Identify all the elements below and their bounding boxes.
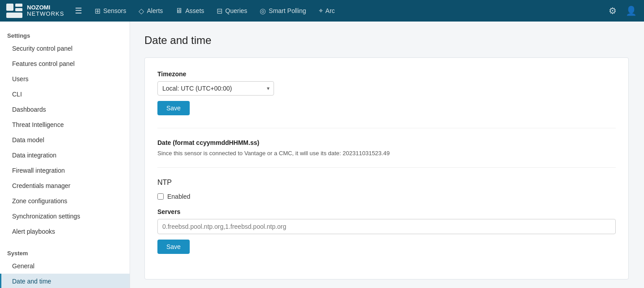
sidebar-item-alert-playbooks[interactable]: Alert playbooks xyxy=(0,224,130,239)
timezone-select[interactable]: Local: UTC (UTC+00:00) xyxy=(157,81,274,96)
svg-rect-1 xyxy=(15,4,22,7)
ntp-enabled-checkbox[interactable] xyxy=(157,193,164,200)
save-button-2[interactable]: Save xyxy=(157,240,190,254)
sidebar-item-cli[interactable]: CLI xyxy=(0,87,130,102)
timezone-label: Timezone xyxy=(157,70,616,78)
layout: Settings Security control panel Features… xyxy=(0,22,644,288)
nav-smart-polling-label: Smart Polling xyxy=(269,7,306,14)
main-content: Date and time Timezone Local: UTC (UTC+0… xyxy=(130,22,644,288)
sidebar-item-general[interactable]: General xyxy=(0,258,130,274)
sidebar-item-credentials-manager[interactable]: Credentials manager xyxy=(0,178,130,193)
queries-icon: ⊟ xyxy=(217,7,222,15)
sensors-icon: ⊞ xyxy=(95,7,100,15)
sidebar-item-zone-configurations[interactable]: Zone configurations xyxy=(0,193,130,209)
servers-label: Servers xyxy=(157,208,616,215)
save-button-1[interactable]: Save xyxy=(157,101,190,115)
ntp-enabled-row: Enabled xyxy=(157,193,616,200)
svg-rect-3 xyxy=(6,13,22,18)
timezone-section: Timezone Local: UTC (UTC+00:00) Save xyxy=(157,70,616,115)
nav-items: ⊞ Sensors ◇ Alerts 🖥 Assets ⊟ Queries ◎ … xyxy=(89,4,603,18)
sidebar-item-users[interactable]: Users xyxy=(0,71,130,87)
sidebar-item-dashboards[interactable]: Dashboards xyxy=(0,102,130,117)
sidebar: Settings Security control panel Features… xyxy=(0,22,130,288)
sidebar-item-security-control-panel[interactable]: Security control panel xyxy=(0,41,130,56)
topnav: NOZOMINETWORKS ☰ ⊞ Sensors ◇ Alerts 🖥 As… xyxy=(0,0,644,22)
svg-rect-0 xyxy=(6,4,13,11)
logo[interactable]: NOZOMINETWORKS xyxy=(5,3,64,19)
divider-1 xyxy=(157,128,616,128)
user-icon[interactable]: 👤 xyxy=(624,4,639,18)
nav-sensors[interactable]: ⊞ Sensors xyxy=(89,4,131,18)
nav-smart-polling[interactable]: ◎ Smart Polling xyxy=(254,4,311,18)
assets-icon: 🖥 xyxy=(175,7,183,15)
page-title: Date and time xyxy=(144,34,630,47)
nav-queries[interactable]: ⊟ Queries xyxy=(211,4,252,18)
smart-polling-icon: ◎ xyxy=(260,7,266,15)
topnav-right: ⚙ 👤 xyxy=(607,4,639,18)
nav-alerts[interactable]: ◇ Alerts xyxy=(133,4,168,18)
nav-assets-label: Assets xyxy=(185,7,204,14)
svg-rect-2 xyxy=(15,8,22,11)
ntp-title: NTP xyxy=(157,179,616,187)
divider-2 xyxy=(157,167,616,168)
timezone-select-wrapper[interactable]: Local: UTC (UTC+00:00) xyxy=(157,81,274,96)
nav-sensors-label: Sensors xyxy=(103,7,126,14)
ntp-enabled-label[interactable]: Enabled xyxy=(167,193,190,200)
sidebar-item-date-and-time[interactable]: Date and time xyxy=(0,274,130,288)
arc-icon: ⌖ xyxy=(319,7,323,15)
sidebar-item-firewall-integration[interactable]: Firewall integration xyxy=(0,163,130,178)
sidebar-item-synchronization-settings[interactable]: Synchronization settings xyxy=(0,209,130,224)
ntp-section: NTP Enabled Servers Save xyxy=(157,179,616,254)
nav-alerts-label: Alerts xyxy=(147,7,163,14)
nav-assets[interactable]: 🖥 Assets xyxy=(170,4,209,17)
date-format-label: Date (format ccyymmddHHMM.ss) xyxy=(157,139,616,146)
date-info-text: Since this sensor is connected to Vantag… xyxy=(157,150,616,157)
settings-card: Timezone Local: UTC (UTC+00:00) Save Dat… xyxy=(144,57,629,279)
hamburger-button[interactable]: ☰ xyxy=(71,4,86,17)
nav-arc[interactable]: ⌖ Arc xyxy=(313,4,340,17)
settings-section-label: Settings xyxy=(0,29,130,41)
sidebar-item-data-model[interactable]: Data model xyxy=(0,132,130,148)
system-section-label: System xyxy=(0,246,130,258)
alerts-icon: ◇ xyxy=(139,7,144,15)
servers-input[interactable] xyxy=(157,219,616,234)
sidebar-item-features-control-panel[interactable]: Features control panel xyxy=(0,56,130,71)
sidebar-item-threat-intelligence[interactable]: Threat Intelligence xyxy=(0,117,130,132)
date-section: Date (format ccyymmddHHMM.ss) Since this… xyxy=(157,139,616,157)
sidebar-item-data-integration[interactable]: Data integration xyxy=(0,148,130,163)
nav-arc-label: Arc xyxy=(326,7,335,14)
gear-icon[interactable]: ⚙ xyxy=(607,4,618,18)
nav-queries-label: Queries xyxy=(225,7,247,14)
